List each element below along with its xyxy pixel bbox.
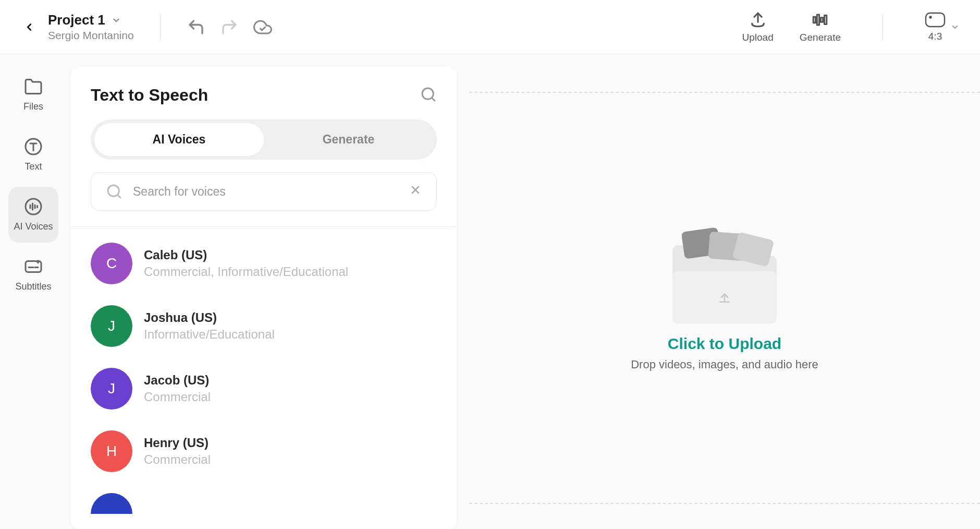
header-left: Project 1 Sergio Montanino: [21, 12, 272, 42]
tab-ai-voices[interactable]: AI Voices: [94, 123, 264, 156]
header: Project 1 Sergio Montanino Upload Genera…: [0, 0, 980, 54]
segmented-tabs: AI Voices Generate: [91, 119, 437, 160]
canvas: Click to Upload Drop videos, images, and…: [469, 67, 980, 529]
tts-panel: Text to Speech AI Voices Generate C Cale…: [71, 67, 457, 529]
upload-title: Click to Upload: [668, 335, 781, 353]
search-icon: [106, 183, 123, 200]
upload-arrow-icon: [717, 290, 732, 305]
panel-search-button[interactable]: [420, 86, 437, 105]
svg-rect-2: [821, 17, 823, 22]
svg-rect-3: [825, 15, 827, 24]
voice-row[interactable]: J Joshua (US) Informative/Educational: [71, 295, 457, 357]
aspect-ratio-icon: [925, 12, 946, 28]
svg-rect-4: [926, 13, 945, 27]
voice-avatar: J: [91, 305, 132, 347]
voice-tags: Informative/Educational: [144, 327, 275, 342]
voice-name: Caleb (US): [144, 248, 348, 262]
svg-rect-0: [814, 17, 816, 22]
voice-name: Henry (US): [144, 436, 211, 450]
toolbar-icons: [187, 18, 272, 37]
undo-icon: [187, 18, 205, 37]
folder-icon: [24, 77, 43, 96]
sidebar-item-text[interactable]: Text: [8, 127, 58, 183]
generate-icon: [811, 11, 829, 29]
clear-search-button[interactable]: [409, 183, 422, 200]
generate-label: Generate: [800, 32, 841, 43]
upload-icon: [749, 11, 767, 29]
voice-tags: Commercial, Informative/Educational: [144, 264, 348, 279]
canvas-drop-area[interactable]: Click to Upload Drop videos, images, and…: [469, 92, 980, 504]
search-box: [91, 172, 437, 211]
sidebar-item-label: Files: [23, 101, 43, 112]
undo-button[interactable]: [187, 18, 205, 37]
aspect-ratio-selector[interactable]: 4:3: [925, 12, 959, 42]
voice-tags: Commercial: [144, 452, 211, 467]
svg-point-5: [930, 16, 932, 18]
svg-line-16: [432, 98, 435, 101]
voice-icon: [24, 197, 43, 216]
svg-line-18: [117, 195, 120, 198]
upload-illustration: [662, 224, 787, 323]
svg-rect-1: [817, 15, 819, 25]
cloud-save-button[interactable]: [253, 18, 272, 37]
close-icon: [409, 184, 422, 196]
main: Files Text AI Voices Subtitles Text to S…: [0, 54, 980, 529]
upload-zone[interactable]: Click to Upload Drop videos, images, and…: [631, 224, 818, 371]
project-name-dropdown[interactable]: Project 1: [48, 12, 134, 28]
panel-header: Text to Speech: [71, 67, 457, 119]
project-info: Project 1 Sergio Montanino: [48, 12, 134, 42]
sidebar-item-files[interactable]: Files: [8, 67, 58, 123]
voice-row[interactable]: J Jacob (US) Commercial: [71, 357, 457, 420]
voice-row[interactable]: H Henry (US) Commercial: [71, 420, 457, 483]
voice-name: Joshua (US): [144, 310, 275, 325]
voice-row[interactable]: C Caleb (US) Commercial, Informative/Edu…: [71, 232, 457, 295]
header-right: Upload Generate 4:3: [742, 11, 959, 43]
sidebar-item-ai-voices[interactable]: AI Voices: [8, 187, 58, 243]
chevron-down-icon: [112, 16, 121, 25]
voice-meta: Henry (US) Commercial: [144, 436, 211, 467]
generate-button[interactable]: Generate: [800, 11, 841, 43]
ratio-label: 4:3: [928, 31, 942, 42]
voice-avatar: J: [91, 368, 132, 410]
search-icon: [420, 86, 437, 103]
cloud-check-icon: [253, 17, 272, 38]
divider: [160, 14, 161, 40]
redo-button[interactable]: [220, 18, 239, 37]
sidebar-item-label: AI Voices: [14, 221, 53, 232]
panel-title: Text to Speech: [91, 86, 208, 105]
sidebar: Files Text AI Voices Subtitles: [0, 54, 67, 529]
voice-list[interactable]: C Caleb (US) Commercial, Informative/Edu…: [71, 226, 457, 529]
project-owner: Sergio Montanino: [48, 29, 134, 42]
sidebar-item-subtitles[interactable]: Subtitles: [8, 247, 58, 303]
voice-tags: Commercial: [144, 390, 211, 404]
upload-label: Upload: [742, 32, 774, 43]
voice-search-input[interactable]: [133, 185, 399, 199]
chevron-down-icon: [951, 23, 959, 31]
tab-generate[interactable]: Generate: [264, 123, 433, 156]
project-name: Project 1: [48, 12, 105, 28]
voice-row-partial[interactable]: [91, 493, 132, 514]
back-button[interactable]: [21, 19, 38, 35]
voice-name: Jacob (US): [144, 373, 211, 388]
voice-meta: Joshua (US) Informative/Educational: [144, 310, 275, 342]
redo-icon: [220, 18, 239, 37]
voice-avatar: C: [91, 243, 132, 284]
upload-button[interactable]: Upload: [742, 11, 774, 43]
sidebar-item-label: Subtitles: [15, 281, 51, 292]
sidebar-item-label: Text: [24, 161, 42, 172]
voice-meta: Jacob (US) Commercial: [144, 373, 211, 404]
divider: [883, 14, 883, 40]
voice-meta: Caleb (US) Commercial, Informative/Educa…: [144, 248, 348, 279]
upload-subtitle: Drop videos, images, and audio here: [631, 358, 818, 371]
text-icon: [24, 137, 43, 156]
chevron-left-icon: [23, 20, 35, 34]
voice-avatar: H: [91, 430, 132, 472]
subtitles-icon: [24, 257, 43, 276]
